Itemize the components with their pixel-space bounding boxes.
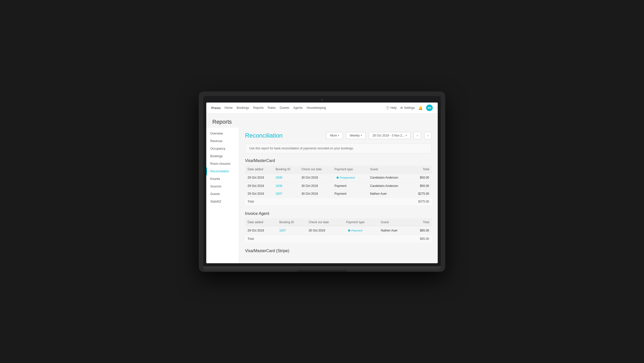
cell-payment-type: Payment — [332, 182, 368, 190]
main-panel: Reconciliation More Weekly 28 Oct 2019 -… — [239, 128, 438, 263]
cell-guest: Nathen Auer — [368, 190, 411, 197]
nav-home[interactable]: Home — [225, 106, 233, 110]
help-button[interactable]: ? Help — [386, 106, 397, 110]
sidebar-item-kounta[interactable]: Kounta — [206, 175, 239, 183]
cell-booking-id: 1837 — [277, 226, 306, 235]
cell-date: 29 Oct 2019 — [245, 182, 273, 190]
col-total-2: Total — [411, 218, 432, 226]
badge-dot-payment — [348, 229, 350, 232]
sidebar-item-statsnz[interactable]: StatsNZ — [206, 198, 239, 205]
prev-period-button[interactable] — [414, 132, 421, 139]
sidebar: Overview Revenue Occupancy Bookings Room… — [206, 128, 239, 263]
cell-guest: Candelario Anderson — [368, 173, 411, 182]
booking-link[interactable]: 1837 — [279, 229, 286, 232]
cell-guest: Candelario Anderson — [368, 182, 411, 190]
cell-total-label: Total — [245, 197, 273, 205]
sidebar-item-bookings[interactable]: Bookings — [206, 152, 239, 160]
cell-empty — [378, 235, 411, 243]
col-payment-type-1: Payment type — [332, 166, 368, 173]
sidebar-item-overview[interactable]: Overview — [206, 130, 239, 137]
cell-total: $50.00 — [411, 182, 432, 190]
chevron-down-icon-weekly — [361, 134, 362, 137]
cell-total-value: $85.00 — [411, 235, 432, 243]
sidebar-item-guests[interactable]: Guests — [206, 190, 239, 198]
cell-payment-type: Payment — [332, 190, 368, 197]
nav-rates[interactable]: Rates — [268, 106, 275, 110]
nav-guests[interactable]: Guests — [280, 106, 289, 110]
booking-link[interactable]: 1837 — [275, 192, 282, 195]
weekly-button[interactable]: Weekly — [346, 132, 366, 139]
table-row: 29 Oct 2019 1836 30 Oct 2019 Prepayment — [245, 173, 432, 182]
cell-empty — [368, 197, 411, 205]
nav-bookings[interactable]: Bookings — [237, 106, 249, 110]
cell-empty — [344, 235, 378, 243]
cell-checkout: 30 Oct 2019 — [299, 173, 332, 182]
sidebar-item-room-closures[interactable]: Room closures — [206, 160, 239, 168]
main-layout: Overview Revenue Occupancy Bookings Room… — [206, 128, 438, 263]
invoice-agent-table: Date added Booking ID Check out date Pay… — [245, 218, 432, 243]
total-row: Total $85.00 — [245, 235, 432, 243]
cell-total-label: Total — [245, 235, 277, 243]
nav-reports[interactable]: Reports — [253, 106, 264, 110]
brand-logo[interactable]: Preno — [211, 106, 221, 110]
cell-payment-type: Prepayment — [332, 173, 368, 182]
report-header: Reconciliation More Weekly 28 Oct 2019 -… — [245, 132, 432, 139]
section-visa-mastercard: Visa/MasterCard Date added Booking ID Ch… — [245, 158, 432, 205]
prepayment-badge: Prepayment — [335, 175, 357, 180]
section-title-stripe: Visa/MasterCard (Stripe) — [245, 249, 432, 253]
sidebar-item-reconciliation[interactable]: Reconciliation — [206, 168, 239, 175]
sidebar-item-sources[interactable]: Sources — [206, 183, 239, 190]
cell-checkout: 30 Oct 2019 — [299, 190, 332, 197]
page-header: Reports — [206, 114, 438, 128]
cell-empty — [332, 197, 368, 205]
report-title: Reconciliation — [245, 132, 323, 139]
notification-bell-icon[interactable]: 🔔 — [418, 106, 423, 110]
next-period-button[interactable] — [424, 132, 432, 139]
badge-dot — [337, 177, 339, 179]
more-button[interactable]: More — [326, 132, 343, 139]
cell-booking-id: 1836 — [273, 182, 299, 190]
table-row: 29 Oct 2019 1837 30 Oct 2019 Payment Nat… — [245, 190, 432, 197]
top-navigation: Preno Home Bookings Reports Rates Guests… — [206, 103, 438, 114]
page-content: Reports Overview Revenue Occupancy Booki… — [206, 114, 438, 263]
cell-booking-id: 1837 — [273, 190, 299, 197]
gear-icon: ⚙ — [400, 106, 403, 110]
cell-date: 29 Oct 2019 — [245, 173, 273, 182]
cell-booking-id: 1836 — [273, 173, 299, 182]
booking-link[interactable]: 1836 — [275, 184, 282, 188]
cell-date: 29 Oct 2019 — [245, 226, 277, 235]
section-invoice-agent: Invoice Agent Date added Booking ID Chec… — [245, 211, 432, 243]
laptop-base — [203, 266, 441, 272]
sidebar-item-occupancy[interactable]: Occupancy — [206, 145, 239, 152]
col-guest-2: Guest — [378, 218, 411, 226]
camera-dot — [321, 99, 323, 101]
sidebar-item-revenue[interactable]: Revenue — [206, 137, 239, 145]
cell-empty — [299, 197, 332, 205]
cell-total: $275.00 — [411, 190, 432, 197]
payment-badge: Payment — [346, 228, 364, 233]
col-checkout-date-2: Check out date — [306, 218, 344, 226]
chevron-right-icon — [427, 134, 428, 137]
section-title-visa: Visa/MasterCard — [245, 158, 432, 163]
info-box: Use this report for bank reconciliation … — [245, 143, 432, 153]
date-range-button[interactable]: 28 Oct 2019 - 3 Nov 2... — [369, 132, 411, 139]
nav-housekeeping[interactable]: Housekeeping — [307, 106, 326, 110]
col-guest-1: Guest — [368, 166, 411, 173]
col-booking-id-2: Booking ID — [277, 218, 306, 226]
settings-button[interactable]: ⚙ Settings — [400, 106, 415, 110]
visa-mastercard-table: Date added Booking ID Check out date Pay… — [245, 166, 432, 205]
topnav-right: ? Help ⚙ Settings 🔔 AN — [386, 105, 433, 111]
cell-empty — [306, 235, 344, 243]
user-avatar[interactable]: AN — [426, 105, 433, 111]
nav-links: Home Bookings Reports Rates Guests Agent… — [225, 106, 386, 110]
cell-checkout: 30 Oct 2019 — [306, 226, 344, 235]
section-visa-stripe: Visa/MasterCard (Stripe) — [245, 249, 432, 253]
cell-empty — [273, 197, 299, 205]
chevron-down-icon — [338, 134, 339, 137]
booking-link[interactable]: 1836 — [275, 176, 282, 179]
col-date-added-1: Date added — [245, 166, 273, 173]
total-row: Total $375.00 — [245, 197, 432, 205]
nav-agents[interactable]: Agents — [293, 106, 303, 110]
cell-date: 29 Oct 2019 — [245, 190, 273, 197]
cell-total-value: $375.00 — [411, 197, 432, 205]
